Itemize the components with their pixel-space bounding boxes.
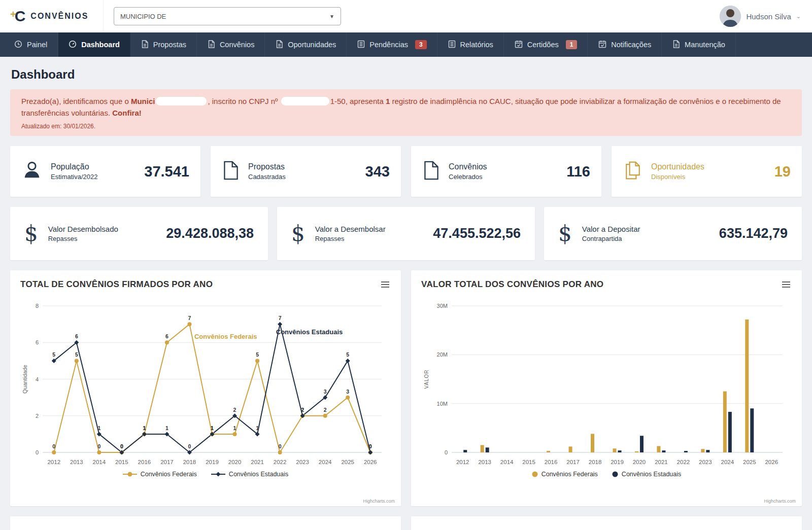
svg-text:2012: 2012: [456, 459, 469, 465]
svg-text:1: 1: [211, 425, 214, 431]
brand-logo[interactable]: +C CONVÊNIOS: [0, 0, 104, 32]
list-icon: [357, 40, 365, 50]
svg-text:Convênios Federais: Convênios Federais: [194, 333, 257, 340]
page-title: Dashboard: [11, 67, 801, 82]
svg-text:10M: 10M: [437, 401, 448, 407]
svg-text:6: 6: [165, 333, 168, 339]
svg-text:2014: 2014: [93, 459, 106, 465]
column-chart[interactable]: 010M20M30M201220132014201520162017201820…: [421, 294, 792, 471]
svg-text:7: 7: [279, 315, 282, 321]
avatar: [720, 6, 741, 27]
nav-item-label: Painel: [27, 41, 47, 49]
nav-item-oportunidades[interactable]: Oportunidades: [265, 32, 347, 57]
legend-item[interactable]: Convênios Estaduais: [211, 471, 288, 478]
money-subtitle: Repasses: [315, 235, 386, 242]
file-icon: [276, 40, 283, 50]
legend-label: Convênios Estaduais: [229, 471, 288, 478]
nav-item-manutencao[interactable]: Manutenção: [662, 32, 736, 57]
stat-card-oportunidades[interactable]: Oportunidades Disponíveis 19: [612, 146, 802, 197]
highcharts-credits[interactable]: Highcharts.com: [764, 499, 796, 504]
stat-card-propostas[interactable]: Propostas Cadastradas 343: [211, 146, 401, 197]
stat-title: Oportunidades: [651, 162, 704, 171]
svg-text:0: 0: [369, 443, 372, 449]
nav-item-painel[interactable]: Painel: [0, 32, 58, 57]
svg-text:0: 0: [188, 443, 191, 449]
money-labels: Valor a Depositar Contrapartida: [582, 225, 640, 242]
money-title: Valor a Desembolsar: [315, 225, 386, 233]
svg-text:2015: 2015: [522, 459, 535, 465]
stat-title: Convênios: [449, 162, 487, 171]
stat-card-convenios[interactable]: Convênios Celebrados 116: [411, 146, 601, 197]
nav-item-notificacoes[interactable]: Notificações: [588, 32, 662, 57]
nav-item-propostas[interactable]: Propostas: [131, 32, 197, 57]
svg-text:2: 2: [233, 407, 236, 413]
municipality-select[interactable]: MUNICIPIO DE ▼: [114, 7, 341, 25]
svg-text:0: 0: [36, 449, 39, 455]
money-value: 47.455.522,56: [433, 226, 521, 241]
charts-row: TOTAL DE CONVÊNIOS FIRMADOS POR ANO 0246…: [10, 270, 802, 506]
list-icon: [448, 40, 456, 50]
nav-item-label: Dashboard: [81, 41, 120, 49]
stat-subtitle: Cadastradas: [248, 173, 286, 181]
money-card-desembolsado[interactable]: $ Valor Desembolsado Repasses 29.428.088…: [10, 207, 268, 260]
logo-plus: +: [10, 9, 16, 20]
nav-item-label: Notificações: [611, 41, 651, 49]
cauc-alert: Prezado(a), identificamos que o Munici, …: [10, 89, 802, 136]
bottom-cards-row: [10, 516, 802, 530]
nav-item-relatorios[interactable]: Relatórios: [438, 32, 504, 57]
chart-header: VALOR TOTAL DOS CONVÊNIOS POR ANO: [421, 279, 792, 290]
svg-text:2022: 2022: [677, 459, 690, 465]
chart-legend: Convênios FederaisConvênios Estaduais: [20, 471, 391, 478]
nav-item-convenios[interactable]: Convênios: [197, 32, 265, 57]
svg-text:0: 0: [97, 443, 100, 449]
svg-text:6: 6: [75, 333, 78, 339]
svg-text:2024: 2024: [721, 459, 734, 465]
legend-item[interactable]: Convênios Federais: [123, 471, 197, 478]
stat-labels: Oportunidades Disponíveis: [651, 162, 704, 181]
svg-text:2013: 2013: [478, 459, 491, 465]
money-card-a-desembolsar[interactable]: $ Valor a Desembolsar Repasses 47.455.52…: [277, 207, 535, 260]
money-card-a-depositar[interactable]: $ Valor a Depositar Contrapartida 635.14…: [544, 207, 802, 260]
nav-item-label: Manutenção: [685, 41, 725, 49]
pendencias-badge: 3: [415, 40, 427, 49]
nav-item-pendencias[interactable]: Pendências 3: [347, 32, 437, 57]
file-icon: [672, 40, 680, 50]
chart-menu-icon[interactable]: [380, 280, 391, 289]
svg-text:0: 0: [279, 443, 282, 449]
svg-text:2014: 2014: [500, 459, 514, 465]
money-value: 635.142,79: [719, 226, 788, 241]
nav-item-label: Pendências: [369, 41, 408, 49]
user-name: Hudson Silva: [746, 12, 791, 21]
highcharts-credits[interactable]: Highcharts.com: [363, 499, 395, 504]
certidoes-badge: 1: [566, 40, 578, 49]
legend-item[interactable]: Convênios Federais: [532, 471, 598, 478]
svg-text:2: 2: [324, 407, 327, 413]
person-icon: [21, 160, 43, 183]
line-chart[interactable]: 0246820122013201420152016201720182019202…: [20, 294, 391, 471]
svg-text:1: 1: [165, 425, 168, 431]
money-value: 29.428.088,38: [166, 226, 254, 241]
legend-item[interactable]: Convênios Estaduais: [612, 471, 681, 478]
chart-menu-icon[interactable]: [781, 280, 792, 289]
nav-item-dashboard[interactable]: Dashboard: [58, 32, 130, 57]
svg-text:5: 5: [75, 351, 78, 358]
svg-text:2016: 2016: [545, 459, 558, 465]
main-nav: Painel Dashboard Propostas Convênios Opo…: [0, 32, 812, 57]
chart-title: TOTAL DE CONVÊNIOS FIRMADOS POR ANO: [20, 279, 213, 290]
calendar-check-icon: [515, 40, 523, 50]
confira-link[interactable]: Confira!: [112, 109, 142, 117]
legend-label: Convênios Estaduais: [622, 471, 681, 478]
svg-text:2022: 2022: [274, 459, 287, 465]
stat-card-populacao[interactable]: População Estimativa/2022 37.541: [10, 146, 200, 197]
user-menu[interactable]: Hudson Silva ⌄: [720, 6, 801, 27]
chart-title: VALOR TOTAL DOS CONVÊNIOS POR ANO: [421, 279, 603, 290]
nav-item-certidoes[interactable]: Certidões 1: [504, 32, 588, 57]
chart-header: TOTAL DE CONVÊNIOS FIRMADOS POR ANO: [20, 279, 391, 290]
svg-text:2018: 2018: [589, 459, 602, 465]
svg-text:2021: 2021: [655, 459, 668, 465]
card-placeholder: [10, 516, 401, 530]
svg-text:2016: 2016: [138, 459, 151, 465]
svg-text:30M: 30M: [437, 303, 448, 309]
svg-text:1: 1: [233, 425, 236, 431]
nav-item-label: Oportunidades: [288, 41, 336, 49]
